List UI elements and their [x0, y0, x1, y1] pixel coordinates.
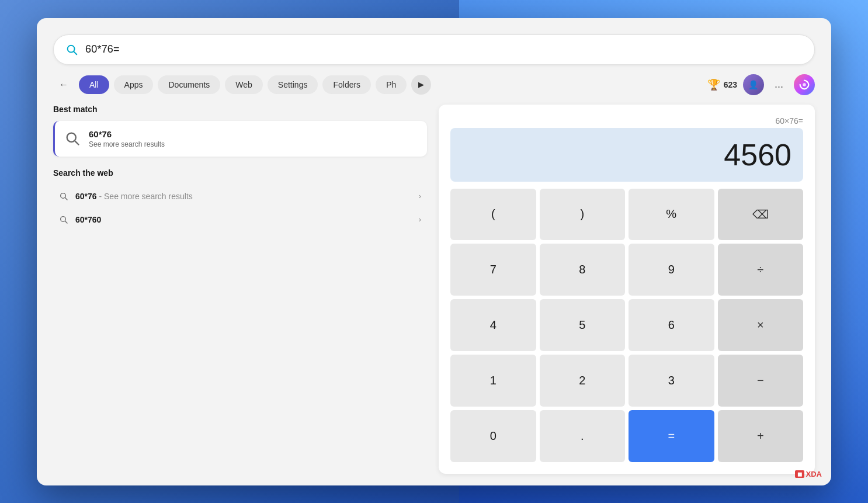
calc-btn-multiply[interactable]: × [718, 299, 804, 351]
web-search-title: Search the web [53, 168, 427, 178]
chevron-icon-1: › [419, 215, 421, 224]
calc-btn-7[interactable]: 7 [450, 244, 536, 296]
calc-btn-subtract[interactable]: − [718, 355, 804, 407]
search-bar[interactable]: 60*76= [53, 34, 815, 65]
chevron-icon-0: › [419, 192, 421, 200]
calc-result: 4560 [450, 128, 803, 182]
calc-btn-8[interactable]: 8 [540, 244, 626, 296]
filter-more-button[interactable]: ▶ [411, 75, 431, 95]
filter-folders[interactable]: Folders [322, 75, 371, 94]
best-match-label: 60*76 [89, 129, 165, 139]
trophy-icon: 🏆 [707, 78, 720, 91]
svg-line-9 [65, 221, 67, 223]
calc-btn-6[interactable]: 6 [629, 299, 714, 351]
web-item-label-0: 60*76 - See more search results [75, 192, 412, 201]
svg-line-7 [65, 197, 67, 200]
calc-btn-open-paren[interactable]: ( [450, 189, 536, 241]
calc-btn-backspace[interactable]: ⌫ [718, 189, 804, 241]
search-window: 60*76= ← All Apps Documents Web Settings… [37, 18, 831, 485]
best-match-text: 60*76 See more search results [89, 129, 165, 148]
back-button[interactable]: ← [53, 74, 74, 95]
calc-btn-equals[interactable]: = [629, 410, 714, 462]
svg-point-3 [803, 83, 806, 86]
filter-bar-right: 🏆 623 👤 ... [707, 74, 815, 95]
filter-documents[interactable]: Documents [158, 75, 220, 94]
calc-btn-9[interactable]: 9 [629, 244, 714, 296]
left-panel: Best match 60*76 See more search results… [53, 105, 427, 474]
search-query: 60*76= [85, 43, 803, 55]
web-item-search-icon-1 [59, 215, 68, 224]
more-options-button[interactable]: ... [770, 76, 788, 93]
web-item-label-1: 60*760 [75, 215, 412, 224]
best-match-sublabel: See more search results [89, 140, 165, 148]
filter-web[interactable]: Web [225, 75, 263, 94]
web-search-item-1[interactable]: 60*760 › [53, 208, 427, 231]
calc-btn-4[interactable]: 4 [450, 299, 536, 351]
filter-all[interactable]: All [79, 75, 109, 94]
copilot-button[interactable] [794, 74, 815, 95]
filter-ph[interactable]: Ph [376, 75, 407, 94]
calc-btn-divide[interactable]: ÷ [718, 244, 804, 296]
calc-btn-close-paren[interactable]: ) [540, 189, 626, 241]
xda-watermark: ◼ XDA [795, 470, 822, 478]
web-item-search-icon-0 [59, 192, 68, 201]
best-match-card[interactable]: 60*76 See more search results [53, 121, 427, 157]
svg-line-5 [75, 141, 78, 144]
filter-settings[interactable]: Settings [268, 75, 318, 94]
calc-grid: ( ) % ⌫ 7 8 9 ÷ 4 5 6 × 1 2 3 − [450, 189, 803, 462]
best-match-title: Best match [53, 105, 427, 114]
calc-expression: 60×76= [450, 116, 803, 126]
points-value: 623 [724, 80, 737, 89]
filter-bar: ← All Apps Documents Web Settings Folder… [53, 74, 815, 95]
main-content: Best match 60*76 See more search results… [53, 105, 815, 474]
calc-btn-0[interactable]: 0 [450, 410, 536, 462]
calc-btn-percent[interactable]: % [629, 189, 714, 241]
search-icon [65, 43, 78, 56]
calc-btn-decimal[interactable]: . [540, 410, 626, 462]
filter-apps[interactable]: Apps [114, 75, 154, 94]
calc-btn-add[interactable]: + [718, 410, 804, 462]
calc-btn-3[interactable]: 3 [629, 355, 714, 407]
calc-btn-2[interactable]: 2 [540, 355, 626, 407]
calc-btn-5[interactable]: 5 [540, 299, 626, 351]
calculator-panel: 60×76= 4560 ( ) % ⌫ 7 8 9 ÷ 4 5 6 × 1 [439, 105, 815, 474]
best-match-search-icon [64, 130, 81, 147]
points-badge: 🏆 623 [707, 78, 737, 91]
web-search-item-0[interactable]: 60*76 - See more search results › [53, 185, 427, 208]
svg-line-1 [74, 51, 77, 54]
calc-btn-1[interactable]: 1 [450, 355, 536, 407]
user-avatar[interactable]: 👤 [743, 74, 764, 95]
